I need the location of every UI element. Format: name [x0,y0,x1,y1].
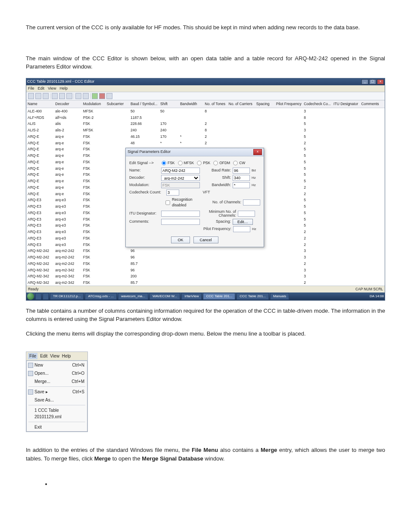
ms-file[interactable]: File [28,353,37,359]
minchan-input[interactable] [238,211,255,217]
shift-label: Shift: [203,175,231,181]
recognition-disabled-checkbox[interactable] [165,200,170,205]
radio-mfsk[interactable] [178,161,182,165]
column-header[interactable]: Pilot Frequency [275,100,302,108]
status-right: CAP NUM SCRL [355,286,383,292]
taskbar-item[interactable]: CCC Table 201... [203,293,235,300]
menu-item[interactable]: Open...Ctrl+O [27,369,87,377]
save-icon[interactable] [43,93,49,99]
name-input[interactable] [161,168,200,174]
cut-icon[interactable] [52,93,58,99]
paragraph-4: In addition to the entries of the standa… [26,446,385,463]
table-row[interactable]: ARQ-M2-342arq-m2-342FSK2003 [26,273,385,280]
table-row[interactable]: ARQ-M2-242arq-m2-242FSK85.72 [26,261,385,267]
taskbar-item[interactable]: ATCmsg.ods - ... [85,293,116,300]
spacing-edit-button[interactable]: Edit… [233,219,253,225]
channels-input[interactable] [243,199,260,205]
system-tray: DA 14:08 [370,294,384,299]
table-row[interactable]: ARQ-Earq-eFSK48**22 [26,140,385,146]
column-header[interactable]: Bandwidth [179,100,203,108]
table-row[interactable]: ALF+RDSalf+rdsPSK-21187.58 [26,115,385,121]
paragraph-1: The current version of the CCC is only a… [26,23,385,32]
column-header[interactable]: Subcarrier [106,100,129,108]
column-header[interactable]: Comments [360,100,385,108]
column-header[interactable]: No. of Carriers [227,100,255,108]
menu-item[interactable]: NewCtrl+N [27,361,87,369]
column-header[interactable]: Decoder [54,100,81,108]
taskbar-item[interactable]: CCC Table 201... [237,293,269,300]
start-button[interactable] [27,293,34,300]
column-header[interactable]: Spacing [255,100,275,108]
taskbar-item[interactable]: Manuals [270,293,289,300]
comments-label: Comments: [129,219,159,225]
paste-icon[interactable] [66,93,72,99]
taskbar-item[interactable] [35,293,41,300]
column-header[interactable]: ITU Designator [332,100,360,108]
radio-psk[interactable] [197,161,201,165]
comments-input[interactable] [161,219,200,225]
maximize-button[interactable]: ▢ [369,79,376,84]
menu-help[interactable]: Help [59,86,68,92]
paragraph-3b: Clicking the menu items will display the… [26,330,385,338]
shift-unit: Hz [252,175,260,180]
ms-edit[interactable]: Edit [40,353,47,359]
table-row[interactable]: ALE-400ale-400MFSK505083 [26,108,385,114]
table-row[interactable]: ARQ-M2-242arq-m2-242FSK963 [26,254,385,261]
radio-fsk[interactable] [162,161,166,165]
ok-button[interactable]: OK [171,236,190,243]
copy-icon[interactable] [59,93,65,99]
itu-input[interactable] [161,211,200,217]
menu-view[interactable]: View [48,86,56,92]
ccc-editor-window: CCC Table 20101129.xml - CCC Editor _ ▢ … [26,78,385,301]
table-row[interactable]: ARQ-Earq-eFSK46.15170*25 [26,134,385,140]
taskbar-item[interactable]: TR OK111212.p... [50,293,84,300]
column-header[interactable]: No. of Tones [203,100,227,108]
refresh-icon[interactable] [83,93,89,99]
menu-item[interactable]: Save As... [27,396,87,404]
menu-item[interactable]: Exit [27,423,87,431]
minimize-button[interactable]: _ [361,79,368,84]
table-row[interactable]: ALIS-2alis-2MFSK24024083 [26,127,385,134]
dialog-close-button[interactable]: x [253,149,262,155]
close-button[interactable]: x [377,79,384,84]
ms-help[interactable]: Help [62,353,71,359]
menu-item[interactable]: Save ▸Ctrl+S [27,388,87,396]
taskbar-item[interactable]: WAVECOM W... [149,293,180,300]
titlebar: CCC Table 20101129.xml - CCC Editor _ ▢ … [26,78,385,85]
radio-ofdm[interactable] [213,161,218,165]
menu-file[interactable]: File [28,86,34,92]
column-header[interactable]: Baud / Symbol... [129,100,159,108]
print-icon[interactable] [75,93,81,99]
table-row[interactable]: ALISalisFSK228.6617025 [26,121,385,127]
delete-icon[interactable] [99,93,105,99]
modulation-radio-group: FSK MFSK PSK OFDM CW [161,160,245,166]
pilot-label: Pilot Frequency: [200,226,231,232]
column-header[interactable]: Shift [159,100,179,108]
radio-cw[interactable] [234,161,238,165]
check-icon[interactable] [92,93,98,99]
more-icon[interactable] [106,93,112,99]
column-header[interactable]: Modulation [82,100,106,108]
table-row[interactable]: ARQ-M2-342arq-m2-342FSK963 [26,267,385,274]
baud-input[interactable] [233,168,250,174]
column-header[interactable]: Codecheck Co... [302,100,332,108]
taskbar-item[interactable] [43,293,49,300]
menu-item[interactable]: 1 CCC Table 20101129.xml [27,406,87,421]
new-icon[interactable] [28,93,34,99]
cancel-button[interactable]: Cancel [193,236,218,243]
table-row[interactable]: ARQ-M2-342arq-m2-342FSK85.72 [26,280,385,286]
menu-edit[interactable]: Edit [38,86,45,92]
bandwidth-input[interactable] [233,182,250,188]
taskbar-item[interactable]: IrfanView [181,293,202,300]
pilot-input[interactable] [233,226,250,232]
column-header[interactable]: Name [26,100,54,108]
shift-input[interactable] [233,175,250,181]
open-icon[interactable] [35,93,41,99]
codecheck-count-input[interactable] [166,190,179,196]
table-row[interactable]: ARQ-M2-242arq-m2-242FSK963 [26,248,385,254]
baud-unit: Bd [252,168,260,173]
menu-item[interactable]: Merge...Ctrl+M [27,377,87,386]
decoder-select[interactable]: arq-m2-242 [161,175,200,181]
taskbar-item[interactable]: wavecom_ma... [118,293,148,300]
ms-view[interactable]: View [50,353,59,359]
